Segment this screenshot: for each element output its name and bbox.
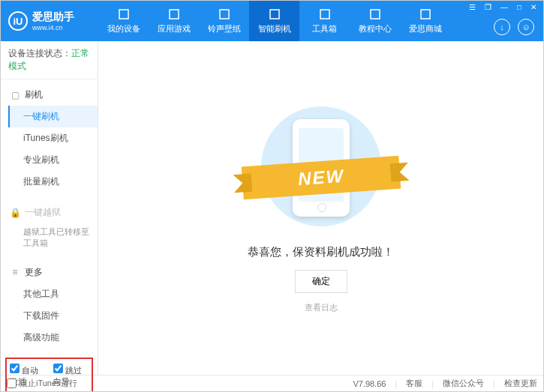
user-icon[interactable]: ☺ [518, 19, 534, 35]
window-controls: ☰ ❐ — □ ✕ [467, 2, 539, 12]
sidebar-section-more[interactable]: ≡ 更多 [1, 262, 98, 283]
ok-button[interactable]: 确定 [295, 270, 347, 293]
support-link[interactable]: 客服 [406, 378, 422, 389]
success-illustration: NEW [246, 103, 396, 230]
nav-label: 工具箱 [312, 23, 337, 34]
nav-item-0[interactable]: 我的设备 [98, 1, 149, 41]
app-logo: iU 爱思助手 www.i4.cn [1, 10, 98, 31]
nav-icon [218, 7, 231, 21]
maximize-icon[interactable]: □ [515, 2, 524, 12]
nav-label: 应用游戏 [158, 23, 191, 34]
minimize-icon[interactable]: — [498, 2, 510, 12]
nav-icon [318, 7, 332, 21]
nav-label: 我的设备 [107, 23, 140, 34]
version-label: V7.98.66 [353, 379, 386, 388]
section-title: 一键越狱 [25, 206, 61, 219]
download-icon[interactable]: ↓ [494, 19, 510, 35]
phone-icon: ▢ [10, 90, 20, 100]
svg-rect-4 [320, 10, 329, 19]
logo-icon: iU [8, 11, 28, 31]
sidebar-item-more-0[interactable]: 其他工具 [1, 283, 98, 305]
sidebar-section-flash[interactable]: ▢ 刷机 [1, 84, 98, 106]
app-url: www.i4.cn [32, 24, 74, 31]
more-icon: ≡ [10, 267, 20, 277]
nav-item-6[interactable]: 爱思商城 [400, 1, 450, 41]
svg-rect-2 [220, 10, 229, 19]
menu-icon[interactable]: ☰ [467, 2, 478, 12]
nav-label: 智能刷机 [258, 23, 291, 34]
block-itunes-checkbox[interactable]: 阻止iTunes运行 [7, 378, 77, 389]
nav-icon [419, 7, 432, 21]
section-title: 刷机 [25, 88, 43, 101]
main-nav: 我的设备应用游戏铃声壁纸智能刷机工具箱教程中心爱思商城 [98, 1, 450, 41]
nav-label: 铃声壁纸 [208, 23, 241, 34]
nav-item-2[interactable]: 铃声壁纸 [199, 1, 249, 41]
skin-icon[interactable]: ❐ [482, 2, 494, 12]
success-message: 恭喜您，保资料刷机成功啦！ [248, 245, 394, 259]
section-title: 更多 [25, 266, 43, 279]
check-update-link[interactable]: 检查更新 [504, 378, 537, 389]
svg-rect-0 [119, 10, 128, 19]
nav-icon [117, 7, 131, 21]
top-toolbar: iU 爱思助手 www.i4.cn 我的设备应用游戏铃声壁纸智能刷机工具箱教程中… [1, 1, 543, 41]
main-content: NEW 恭喜您，保资料刷机成功啦！ 确定 查看日志 [98, 41, 543, 375]
nav-item-5[interactable]: 教程中心 [350, 1, 400, 41]
nav-label: 教程中心 [359, 23, 392, 34]
jailbreak-note: 越狱工具已转移至工具箱 [1, 223, 98, 253]
svg-rect-6 [421, 10, 430, 19]
svg-rect-5 [371, 10, 380, 19]
nav-item-1[interactable]: 应用游戏 [149, 1, 199, 41]
wechat-link[interactable]: 微信公众号 [443, 378, 484, 389]
close-icon[interactable]: ✕ [528, 2, 539, 12]
nav-label: 爱思商城 [409, 23, 442, 34]
nav-item-4[interactable]: 工具箱 [299, 1, 350, 41]
app-name: 爱思助手 [32, 10, 74, 24]
sidebar-item-more-2[interactable]: 高级功能 [1, 327, 98, 349]
sidebar-item-flash-1[interactable]: iTunes刷机 [1, 127, 98, 149]
sidebar: 设备连接状态：正常模式 ▢ 刷机 一键刷机iTunes刷机专业刷机批量刷机 🔒 … [1, 41, 98, 375]
sidebar-section-jailbreak[interactable]: 🔒 一键越狱 [1, 202, 98, 223]
view-log-link[interactable]: 查看日志 [305, 302, 338, 313]
svg-rect-3 [270, 10, 279, 19]
sidebar-item-more-1[interactable]: 下载固件 [1, 305, 98, 327]
connection-status: 设备连接状态：正常模式 [1, 41, 98, 79]
sidebar-item-flash-3[interactable]: 批量刷机 [1, 171, 98, 193]
nav-icon [368, 7, 382, 21]
sidebar-item-flash-2[interactable]: 专业刷机 [1, 149, 98, 171]
nav-icon [167, 7, 181, 21]
svg-rect-1 [170, 10, 179, 19]
sidebar-item-flash-0[interactable]: 一键刷机 [8, 106, 98, 127]
nav-item-3[interactable]: 智能刷机 [249, 1, 299, 41]
lock-icon: 🔒 [10, 208, 20, 218]
status-label: 设备连接状态： [8, 48, 71, 58]
nav-icon [268, 7, 281, 21]
